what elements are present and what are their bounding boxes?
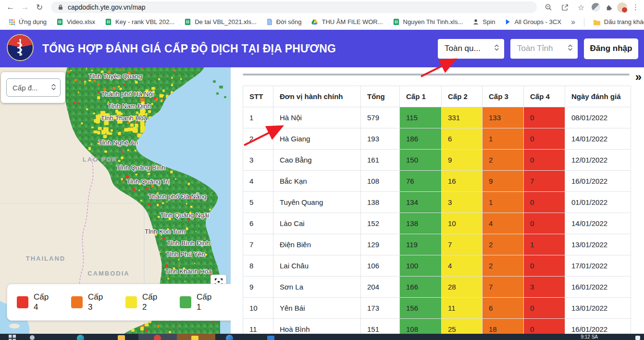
- bookmarks-overflow-icon[interactable]: »: [567, 18, 579, 26]
- table-cell: 138: [400, 213, 442, 234]
- collapse-panel-icon[interactable]: »: [635, 70, 642, 84]
- taskbar-browser-icon[interactable]: [77, 335, 84, 340]
- taskbar-tray-icon[interactable]: [635, 336, 640, 340]
- bookmark-star-icon[interactable]: ☆: [575, 1, 587, 13]
- bookmark-item[interactable]: Nguyen Thi Tinh.xls...: [389, 17, 467, 27]
- windows-taskbar[interactable]: 9:12 SA: [0, 334, 644, 340]
- table-row[interactable]: 6Lào Cai152138104014/01/2022: [243, 213, 631, 234]
- bookmark-label: All Groups - 3CX: [514, 18, 561, 25]
- bookmark-label: Nguyen Thi Tinh.xls...: [403, 18, 463, 25]
- table-cell: 0: [524, 298, 565, 319]
- table-row[interactable]: 10Yên Bái173156116013/01/2022: [243, 298, 631, 319]
- table-cell: 106: [361, 255, 400, 277]
- level-select[interactable]: Cấp đ...: [6, 78, 61, 97]
- table-cell: 7: [483, 277, 524, 298]
- table-cell: 0: [524, 255, 565, 277]
- forward-icon[interactable]: →: [19, 1, 31, 13]
- column-header: Tổng: [361, 86, 400, 107]
- map-pane[interactable]: THAILANDLAO PDRCAMBODIATỉnh Tuyên QuangT…: [0, 67, 231, 334]
- table-cell: 14/01/2022: [565, 213, 631, 234]
- province-label: Tỉnh Quảng Bình: [116, 164, 165, 171]
- bookmark-item[interactable]: Video.xlsx: [52, 17, 99, 27]
- table-cell: 156: [400, 298, 442, 319]
- data-table: STTĐơn vị hành chínhTổngCấp 1Cấp 2Cấp 3C…: [243, 86, 631, 334]
- table-cell: 2: [483, 150, 524, 171]
- extension-swirl-icon[interactable]: [592, 3, 600, 12]
- menu-kebab-icon[interactable]: ⋮: [632, 3, 639, 12]
- table-cell: 08/01/2022: [565, 107, 631, 128]
- bookmark-label: Đời sống: [276, 18, 302, 25]
- table-cell: 4: [483, 213, 524, 234]
- taskbar-icon[interactable]: [154, 335, 161, 340]
- taskbar-icon[interactable]: [30, 335, 35, 340]
- table-cell: 152: [361, 213, 400, 234]
- bookmark-item[interactable]: THU ÂM FILE WOR...: [307, 17, 386, 27]
- table-row[interactable]: 9Sơn La204166287316/01/2022: [243, 277, 631, 298]
- country-label: THAILAND: [26, 255, 65, 262]
- table-cell: 108: [400, 319, 442, 334]
- bookmark-label: Ứng dụng: [19, 18, 47, 25]
- province-select[interactable]: Toàn Tỉnh: [510, 39, 578, 59]
- table-cell: 0: [524, 128, 565, 150]
- share-icon[interactable]: [559, 1, 570, 13]
- table-cell: Tuyên Quang: [273, 192, 361, 213]
- table-cell: Điện Biên: [273, 234, 361, 255]
- bookmark-item[interactable]: Spin: [469, 17, 499, 27]
- back-icon[interactable]: ←: [5, 1, 16, 13]
- table-row[interactable]: 2Hà Giang19318661014/01/2022: [243, 128, 631, 150]
- windows-start-icon[interactable]: [9, 335, 16, 340]
- taskbar-explorer-icon[interactable]: [118, 335, 125, 340]
- bookmark-item[interactable]: All Groups - 3CX: [501, 17, 565, 27]
- table-cell: 1: [243, 107, 273, 128]
- scope-select[interactable]: Toàn qu...: [438, 39, 504, 59]
- table-cell: 6: [442, 128, 483, 150]
- table-cell: 151: [361, 319, 400, 334]
- table-row[interactable]: 8Lai Châu10610042017/01/2022: [243, 255, 631, 277]
- bookmark-item[interactable]: De tai VBL_2021.xls...: [180, 17, 260, 27]
- province-label: Tỉnh Thanh Hóa: [101, 114, 148, 122]
- table-row[interactable]: 1Hà Nội579115331133008/01/2022: [243, 107, 631, 128]
- legend-label: Cấp2: [142, 292, 157, 312]
- bookmark-item[interactable]: Đời sống: [262, 17, 306, 27]
- address-bar[interactable]: capdodich.yte.gov.vn/map: [51, 1, 537, 13]
- taskbar-icon[interactable]: [226, 335, 233, 340]
- table-cell: 76: [400, 171, 442, 192]
- table-row[interactable]: 11Hoà Bình1511082518016/01/2022: [243, 319, 631, 334]
- map-control-panel: Cấp đ...: [1, 72, 65, 103]
- table-cell: Hà Giang: [273, 128, 361, 150]
- bookmark-item[interactable]: Ứng dụng: [5, 17, 50, 27]
- legend-item: Cấp1: [180, 292, 231, 312]
- horizontal-scrollbar[interactable]: [243, 74, 630, 76]
- extensions-puzzle-icon[interactable]: [605, 4, 612, 11]
- table-cell: 0: [524, 107, 565, 128]
- table-row[interactable]: 7Điện Biên12911972113/01/2022: [243, 234, 631, 255]
- taskbar-icon[interactable]: [267, 336, 274, 340]
- scope-select-value: Toàn qu...: [445, 44, 481, 53]
- zoom-icon[interactable]: [543, 1, 554, 13]
- taskbar-icon[interactable]: [191, 336, 198, 340]
- column-header: Cấp 1: [400, 86, 442, 107]
- table-row[interactable]: 4Bắc Kạn10876169716/01/2022: [243, 171, 631, 192]
- profile-avatar[interactable]: [617, 2, 627, 13]
- bookmark-item[interactable]: Key - rank VBL 202...: [101, 17, 178, 27]
- reload-icon[interactable]: ↻: [34, 1, 45, 13]
- bookmark-label: Spin: [483, 18, 495, 25]
- table-cell: 9: [483, 171, 524, 192]
- table-row[interactable]: 5Tuyên Quang13813431001/01/2022: [243, 192, 631, 213]
- legend-swatch: [180, 296, 191, 308]
- column-header: Cấp 3: [483, 86, 524, 107]
- doc-icon: [266, 18, 273, 25]
- table-row[interactable]: 3Cao Bằng16115092012/01/2022: [243, 150, 631, 171]
- province-label: Thành phố Hà Nội: [101, 90, 154, 98]
- table-cell: 14/01/2022: [565, 128, 631, 150]
- province-select-value: Toàn Tỉnh: [517, 44, 553, 53]
- page-title: TỔNG HỢP ĐÁNH GIÁ CẤP ĐỘ DỊCH TẠI ĐỊA PH…: [42, 42, 336, 55]
- table-cell: Yên Bái: [273, 298, 361, 319]
- divider: [584, 18, 584, 26]
- bookmark-label: De tai VBL_2021.xls...: [195, 18, 257, 25]
- chevron-updown-icon: [568, 43, 573, 54]
- table-cell: 8: [243, 255, 273, 277]
- legend-swatch: [125, 296, 137, 308]
- login-button[interactable]: Đăng nhập: [584, 38, 638, 59]
- other-bookmarks-button[interactable]: Dấu trang khác: [589, 17, 644, 27]
